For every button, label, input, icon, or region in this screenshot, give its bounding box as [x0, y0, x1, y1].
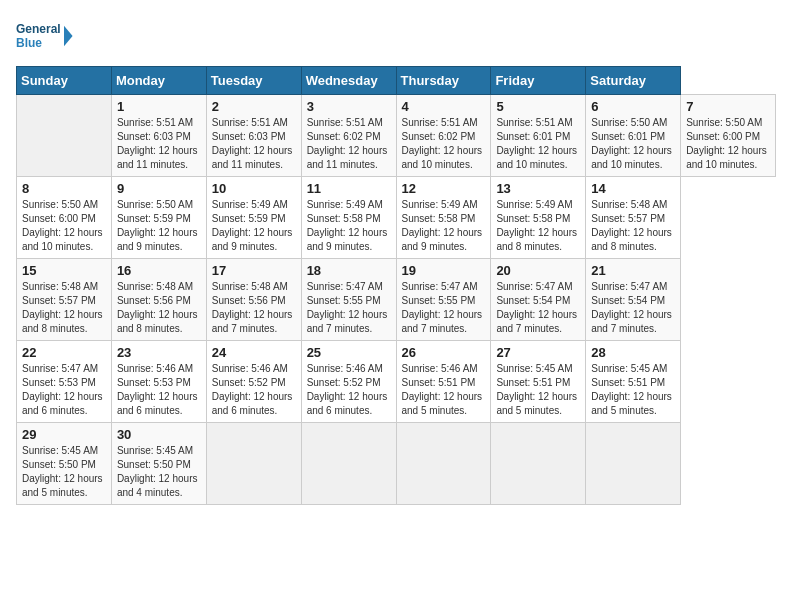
day-header-sunday: Sunday	[17, 67, 112, 95]
day-detail: Sunrise: 5:50 AMSunset: 6:00 PMDaylight:…	[22, 198, 106, 254]
calendar-cell: 11Sunrise: 5:49 AMSunset: 5:58 PMDayligh…	[301, 177, 396, 259]
calendar-cell: 18Sunrise: 5:47 AMSunset: 5:55 PMDayligh…	[301, 259, 396, 341]
day-detail: Sunrise: 5:46 AMSunset: 5:51 PMDaylight:…	[402, 362, 486, 418]
calendar-cell: 10Sunrise: 5:49 AMSunset: 5:59 PMDayligh…	[206, 177, 301, 259]
calendar-cell: 3Sunrise: 5:51 AMSunset: 6:02 PMDaylight…	[301, 95, 396, 177]
day-number: 11	[307, 181, 391, 196]
day-detail: Sunrise: 5:46 AMSunset: 5:52 PMDaylight:…	[212, 362, 296, 418]
calendar-cell	[396, 423, 491, 505]
day-detail: Sunrise: 5:45 AMSunset: 5:50 PMDaylight:…	[22, 444, 106, 500]
day-number: 7	[686, 99, 770, 114]
day-number: 16	[117, 263, 201, 278]
calendar-cell: 4Sunrise: 5:51 AMSunset: 6:02 PMDaylight…	[396, 95, 491, 177]
day-detail: Sunrise: 5:48 AMSunset: 5:56 PMDaylight:…	[117, 280, 201, 336]
day-header-tuesday: Tuesday	[206, 67, 301, 95]
calendar-cell: 24Sunrise: 5:46 AMSunset: 5:52 PMDayligh…	[206, 341, 301, 423]
day-detail: Sunrise: 5:46 AMSunset: 5:52 PMDaylight:…	[307, 362, 391, 418]
day-detail: Sunrise: 5:49 AMSunset: 5:59 PMDaylight:…	[212, 198, 296, 254]
day-detail: Sunrise: 5:49 AMSunset: 5:58 PMDaylight:…	[496, 198, 580, 254]
day-detail: Sunrise: 5:45 AMSunset: 5:51 PMDaylight:…	[496, 362, 580, 418]
calendar-cell: 29Sunrise: 5:45 AMSunset: 5:50 PMDayligh…	[17, 423, 112, 505]
day-detail: Sunrise: 5:50 AMSunset: 6:00 PMDaylight:…	[686, 116, 770, 172]
day-number: 2	[212, 99, 296, 114]
day-number: 15	[22, 263, 106, 278]
day-number: 27	[496, 345, 580, 360]
calendar-week-row: 1Sunrise: 5:51 AMSunset: 6:03 PMDaylight…	[17, 95, 776, 177]
day-detail: Sunrise: 5:48 AMSunset: 5:56 PMDaylight:…	[212, 280, 296, 336]
calendar-cell: 8Sunrise: 5:50 AMSunset: 6:00 PMDaylight…	[17, 177, 112, 259]
day-number: 26	[402, 345, 486, 360]
day-header-saturday: Saturday	[586, 67, 681, 95]
calendar-cell: 15Sunrise: 5:48 AMSunset: 5:57 PMDayligh…	[17, 259, 112, 341]
day-number: 17	[212, 263, 296, 278]
day-number: 4	[402, 99, 486, 114]
day-detail: Sunrise: 5:47 AMSunset: 5:54 PMDaylight:…	[591, 280, 675, 336]
calendar-cell	[301, 423, 396, 505]
calendar-week-row: 22Sunrise: 5:47 AMSunset: 5:53 PMDayligh…	[17, 341, 776, 423]
day-header-monday: Monday	[111, 67, 206, 95]
calendar-cell: 23Sunrise: 5:46 AMSunset: 5:53 PMDayligh…	[111, 341, 206, 423]
day-detail: Sunrise: 5:45 AMSunset: 5:51 PMDaylight:…	[591, 362, 675, 418]
calendar-cell: 19Sunrise: 5:47 AMSunset: 5:55 PMDayligh…	[396, 259, 491, 341]
page-header: General Blue	[16, 16, 776, 56]
calendar-cell: 14Sunrise: 5:48 AMSunset: 5:57 PMDayligh…	[586, 177, 681, 259]
calendar-cell: 30Sunrise: 5:45 AMSunset: 5:50 PMDayligh…	[111, 423, 206, 505]
day-number: 5	[496, 99, 580, 114]
day-detail: Sunrise: 5:47 AMSunset: 5:54 PMDaylight:…	[496, 280, 580, 336]
calendar-table: SundayMondayTuesdayWednesdayThursdayFrid…	[16, 66, 776, 505]
day-header-wednesday: Wednesday	[301, 67, 396, 95]
day-number: 14	[591, 181, 675, 196]
day-number: 1	[117, 99, 201, 114]
day-detail: Sunrise: 5:50 AMSunset: 6:01 PMDaylight:…	[591, 116, 675, 172]
day-detail: Sunrise: 5:51 AMSunset: 6:03 PMDaylight:…	[212, 116, 296, 172]
calendar-cell: 2Sunrise: 5:51 AMSunset: 6:03 PMDaylight…	[206, 95, 301, 177]
day-detail: Sunrise: 5:48 AMSunset: 5:57 PMDaylight:…	[22, 280, 106, 336]
calendar-header-row: SundayMondayTuesdayWednesdayThursdayFrid…	[17, 67, 776, 95]
calendar-cell: 22Sunrise: 5:47 AMSunset: 5:53 PMDayligh…	[17, 341, 112, 423]
day-number: 23	[117, 345, 201, 360]
calendar-week-row: 15Sunrise: 5:48 AMSunset: 5:57 PMDayligh…	[17, 259, 776, 341]
day-detail: Sunrise: 5:46 AMSunset: 5:53 PMDaylight:…	[117, 362, 201, 418]
day-detail: Sunrise: 5:45 AMSunset: 5:50 PMDaylight:…	[117, 444, 201, 500]
calendar-week-row: 8Sunrise: 5:50 AMSunset: 6:00 PMDaylight…	[17, 177, 776, 259]
day-number: 12	[402, 181, 486, 196]
calendar-week-row: 29Sunrise: 5:45 AMSunset: 5:50 PMDayligh…	[17, 423, 776, 505]
day-number: 22	[22, 345, 106, 360]
day-number: 10	[212, 181, 296, 196]
day-number: 21	[591, 263, 675, 278]
calendar-cell: 20Sunrise: 5:47 AMSunset: 5:54 PMDayligh…	[491, 259, 586, 341]
day-detail: Sunrise: 5:47 AMSunset: 5:53 PMDaylight:…	[22, 362, 106, 418]
calendar-cell	[586, 423, 681, 505]
day-number: 9	[117, 181, 201, 196]
calendar-cell: 21Sunrise: 5:47 AMSunset: 5:54 PMDayligh…	[586, 259, 681, 341]
day-number: 19	[402, 263, 486, 278]
day-header-friday: Friday	[491, 67, 586, 95]
day-detail: Sunrise: 5:47 AMSunset: 5:55 PMDaylight:…	[307, 280, 391, 336]
day-number: 29	[22, 427, 106, 442]
calendar-cell: 13Sunrise: 5:49 AMSunset: 5:58 PMDayligh…	[491, 177, 586, 259]
logo-svg: General Blue	[16, 16, 76, 56]
day-detail: Sunrise: 5:47 AMSunset: 5:55 PMDaylight:…	[402, 280, 486, 336]
calendar-cell: 7Sunrise: 5:50 AMSunset: 6:00 PMDaylight…	[681, 95, 776, 177]
calendar-cell: 9Sunrise: 5:50 AMSunset: 5:59 PMDaylight…	[111, 177, 206, 259]
day-number: 20	[496, 263, 580, 278]
calendar-cell: 28Sunrise: 5:45 AMSunset: 5:51 PMDayligh…	[586, 341, 681, 423]
day-detail: Sunrise: 5:51 AMSunset: 6:01 PMDaylight:…	[496, 116, 580, 172]
calendar-cell: 6Sunrise: 5:50 AMSunset: 6:01 PMDaylight…	[586, 95, 681, 177]
day-detail: Sunrise: 5:51 AMSunset: 6:02 PMDaylight:…	[402, 116, 486, 172]
day-number: 18	[307, 263, 391, 278]
calendar-cell	[491, 423, 586, 505]
day-number: 28	[591, 345, 675, 360]
day-number: 24	[212, 345, 296, 360]
calendar-cell	[17, 95, 112, 177]
svg-text:General: General	[16, 22, 61, 36]
day-number: 25	[307, 345, 391, 360]
calendar-cell: 1Sunrise: 5:51 AMSunset: 6:03 PMDaylight…	[111, 95, 206, 177]
calendar-cell: 16Sunrise: 5:48 AMSunset: 5:56 PMDayligh…	[111, 259, 206, 341]
svg-marker-2	[64, 26, 73, 47]
day-detail: Sunrise: 5:48 AMSunset: 5:57 PMDaylight:…	[591, 198, 675, 254]
day-number: 6	[591, 99, 675, 114]
day-number: 13	[496, 181, 580, 196]
calendar-cell: 25Sunrise: 5:46 AMSunset: 5:52 PMDayligh…	[301, 341, 396, 423]
calendar-cell	[206, 423, 301, 505]
